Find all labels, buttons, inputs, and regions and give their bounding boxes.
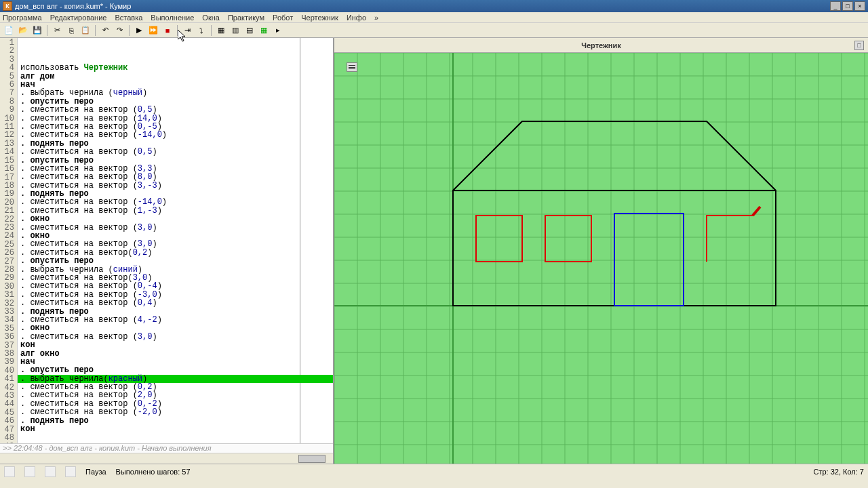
save-icon[interactable]: 💾	[31, 24, 43, 37]
status-icon[interactable]	[45, 466, 56, 477]
editor-pane: 1234567891011121314151617181920212223242…	[0, 38, 334, 464]
menu-item[interactable]: Инфо	[347, 14, 366, 22]
status-icon[interactable]	[4, 466, 15, 477]
drawer-pane: Чертежник □	[334, 38, 868, 464]
log-output: >> 22:04:48 - дом_всп алг - копия.kum - …	[0, 443, 333, 453]
undo-icon[interactable]: ↶	[99, 24, 111, 37]
step-count: Выполнено шагов: 57	[116, 468, 191, 476]
menu-item[interactable]: Окна	[202, 14, 220, 22]
step-icon[interactable]: ⇥	[181, 24, 193, 37]
window-title: дом_всп алг - копия.kum* - Кумир	[15, 2, 131, 10]
close-button[interactable]: ×	[854, 1, 865, 11]
horizontal-scrollbar[interactable]	[0, 453, 333, 464]
copy-icon[interactable]: ⎘	[65, 24, 77, 37]
status-icon[interactable]	[24, 466, 35, 477]
drawing-canvas[interactable]	[334, 53, 868, 464]
tool-icon[interactable]: ▥	[229, 24, 241, 37]
menubar: Программа Редактирование Вставка Выполне…	[0, 12, 868, 23]
status-icon[interactable]	[65, 466, 76, 477]
step-over-icon[interactable]: ⤵	[195, 24, 208, 37]
window-titlebar: К дом_всп алг - копия.kum* - Кумир _ □ ×	[0, 0, 868, 12]
menu-item[interactable]: Вставка	[115, 14, 142, 22]
run-state: Пауза	[85, 468, 106, 476]
redo-icon[interactable]: ↷	[113, 24, 125, 37]
run-fast-icon[interactable]: ⏩	[147, 24, 159, 37]
toolbar: 📄 📂 💾 ✂ ⎘ 📋 ↶ ↷ ▶ ⏩ ■ ⇥ ⤵ ▦ ▥ ▤ ▦ ▸	[0, 23, 868, 38]
menu-item[interactable]: Чертежник	[301, 14, 338, 22]
run-icon[interactable]: ▶	[133, 24, 145, 37]
menu-item[interactable]: Робот	[273, 14, 293, 22]
menu-item[interactable]: »	[374, 14, 378, 22]
stop-icon[interactable]: ■	[161, 24, 174, 37]
tool-icon[interactable]: ▦	[215, 24, 227, 37]
canvas-menu-button[interactable]	[347, 62, 357, 72]
menu-item[interactable]: Редактирование	[50, 14, 107, 22]
open-file-icon[interactable]: 📂	[17, 24, 29, 37]
maximize-drawer-button[interactable]: □	[854, 41, 864, 50]
menu-item[interactable]: Выполнение	[151, 14, 194, 22]
menu-item[interactable]: Программа	[3, 14, 42, 22]
maximize-button[interactable]: □	[842, 1, 853, 11]
tool-icon[interactable]: ▤	[243, 24, 256, 37]
paste-icon[interactable]: 📋	[79, 24, 92, 37]
menu-item[interactable]: Практикум	[228, 14, 264, 22]
new-file-icon[interactable]: 📄	[3, 24, 15, 37]
minimize-button[interactable]: _	[830, 1, 841, 11]
grid-icon[interactable]: ▦	[258, 24, 270, 37]
cursor-position: Стр: 32, Кол: 7	[814, 468, 865, 476]
code-editor[interactable]: 1234567891011121314151617181920212223242…	[0, 38, 333, 443]
more-icon[interactable]: ▸	[272, 24, 284, 37]
statusbar: Пауза Выполнено шагов: 57 Стр: 32, Кол: …	[0, 464, 868, 479]
app-icon: К	[3, 1, 12, 11]
drawer-titlebar: Чертежник □	[334, 38, 868, 53]
cut-icon[interactable]: ✂	[51, 24, 63, 37]
